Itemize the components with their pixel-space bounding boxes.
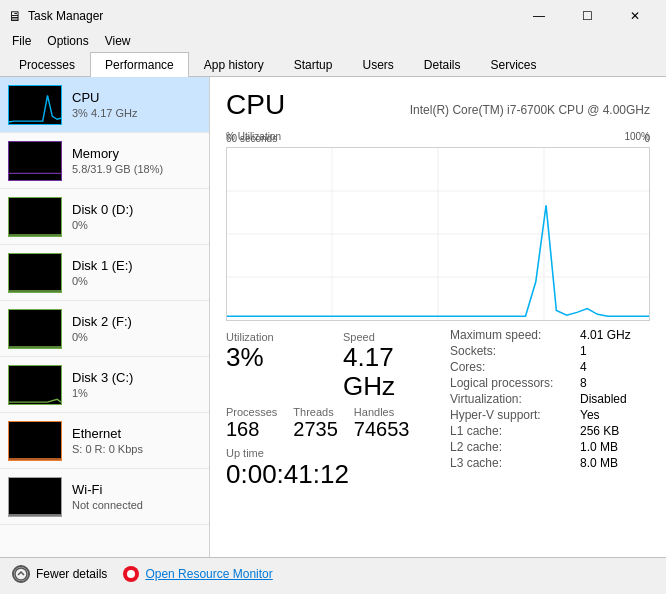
memory-info: Memory 5.8/31.9 GB (18%) xyxy=(72,146,201,175)
menu-file[interactable]: File xyxy=(4,32,39,50)
menu-view[interactable]: View xyxy=(97,32,139,50)
sidebar-item-disk2[interactable]: Disk 2 (F:) 0% xyxy=(0,301,209,357)
cpu-spec-row: L3 cache:8.0 MB xyxy=(450,455,650,471)
chart-y-max: 100% xyxy=(624,131,650,142)
handles-label: Handles xyxy=(354,406,410,418)
tab-performance[interactable]: Performance xyxy=(90,52,189,77)
threads-block: Threads 2735 xyxy=(293,406,338,441)
tab-bar: Processes Performance App history Startu… xyxy=(0,52,666,77)
spec-label: Logical processors: xyxy=(450,375,580,391)
spec-value: 256 KB xyxy=(580,423,650,439)
speed-block: Speed 4.17 GHz xyxy=(343,331,430,400)
sidebar: CPU 3% 4.17 GHz Memory 5.8/31.9 GB (18%) xyxy=(0,77,210,557)
fewer-details-label: Fewer details xyxy=(36,567,107,581)
cpu-chart xyxy=(226,147,650,321)
close-button[interactable]: ✕ xyxy=(612,5,658,27)
spec-label: Sockets: xyxy=(450,343,580,359)
wifi-label: Wi-Fi xyxy=(72,482,201,497)
spec-value: 4 xyxy=(580,359,650,375)
menu-options[interactable]: Options xyxy=(39,32,96,50)
app-title: Task Manager xyxy=(28,9,103,23)
tab-apphistory[interactable]: App history xyxy=(189,52,279,77)
disk3-label: Disk 3 (C:) xyxy=(72,370,201,385)
title-bar: 🖥 Task Manager — ☐ ✕ xyxy=(0,0,666,30)
processes-label: Processes xyxy=(226,406,277,418)
cpu-specs-table: Maximum speed:4.01 GHzSockets:1Cores:4Lo… xyxy=(450,327,650,471)
bottom-stats: Utilization 3% Speed 4.17 GHz Processes … xyxy=(226,327,650,490)
minimize-button[interactable]: — xyxy=(516,5,562,27)
cpu-mini-graph xyxy=(8,85,62,125)
util-speed-row: Utilization 3% Speed 4.17 GHz xyxy=(226,331,430,400)
spec-value: Disabled xyxy=(580,391,650,407)
processes-value: 168 xyxy=(226,418,277,441)
detail-subtitle: Intel(R) Core(TM) i7-6700K CPU @ 4.00GHz xyxy=(410,103,650,117)
disk0-value: 0% xyxy=(72,219,201,231)
spec-value: 8.0 MB xyxy=(580,455,650,471)
processes-block: Processes 168 xyxy=(226,406,277,441)
fewer-details-button[interactable]: Fewer details xyxy=(12,565,107,583)
cpu-chart-area: % Utilization 100% 60 seconds 0 xyxy=(226,131,650,321)
uptime-value: 0:00:41:12 xyxy=(226,459,430,490)
cpu-spec-row: Sockets:1 xyxy=(450,343,650,359)
disk2-mini-graph xyxy=(8,309,62,349)
disk1-mini-graph xyxy=(8,253,62,293)
cpu-label: CPU xyxy=(72,90,201,105)
handles-value: 74653 xyxy=(354,418,410,441)
cpu-spec-row: L1 cache:256 KB xyxy=(450,423,650,439)
disk0-info: Disk 0 (D:) 0% xyxy=(72,202,201,231)
ethernet-label: Ethernet xyxy=(72,426,201,441)
sidebar-item-wifi[interactable]: Wi-Fi Not connected xyxy=(0,469,209,525)
sidebar-item-disk1[interactable]: Disk 1 (E:) 0% xyxy=(0,245,209,301)
ethernet-mini-graph xyxy=(8,421,62,461)
wifi-value: Not connected xyxy=(72,499,201,511)
spec-label: L2 cache: xyxy=(450,439,580,455)
spec-label: Virtualization: xyxy=(450,391,580,407)
sidebar-item-cpu[interactable]: CPU 3% 4.17 GHz xyxy=(0,77,209,133)
utilization-block: Utilization 3% xyxy=(226,331,313,400)
fewer-icon xyxy=(12,565,30,583)
left-stats: Utilization 3% Speed 4.17 GHz Processes … xyxy=(226,327,430,490)
tab-users[interactable]: Users xyxy=(347,52,408,77)
disk3-mini-graph xyxy=(8,365,62,405)
spec-value: Yes xyxy=(580,407,650,423)
disk1-value: 0% xyxy=(72,275,201,287)
bottom-bar: Fewer details Open Resource Monitor xyxy=(0,557,666,589)
cpu-spec-row: Cores:4 xyxy=(450,359,650,375)
wifi-mini-graph xyxy=(8,477,62,517)
right-stats: Maximum speed:4.01 GHzSockets:1Cores:4Lo… xyxy=(450,327,650,490)
sidebar-item-ethernet[interactable]: Ethernet S: 0 R: 0 Kbps xyxy=(0,413,209,469)
cpu-spec-row: Virtualization:Disabled xyxy=(450,391,650,407)
open-resource-monitor-button[interactable]: Open Resource Monitor xyxy=(123,566,272,582)
maximize-button[interactable]: ☐ xyxy=(564,5,610,27)
resource-monitor-label: Open Resource Monitor xyxy=(145,567,272,581)
disk3-info: Disk 3 (C:) 1% xyxy=(72,370,201,399)
spec-value: 1 xyxy=(580,343,650,359)
menu-bar: File Options View xyxy=(0,30,666,52)
counts-row: Processes 168 Threads 2735 Handles 74653 xyxy=(226,406,430,441)
disk2-value: 0% xyxy=(72,331,201,343)
disk2-info: Disk 2 (F:) 0% xyxy=(72,314,201,343)
threads-value: 2735 xyxy=(293,418,338,441)
tab-services[interactable]: Services xyxy=(476,52,552,77)
spec-value: 8 xyxy=(580,375,650,391)
tab-processes[interactable]: Processes xyxy=(4,52,90,77)
spec-label: Hyper-V support: xyxy=(450,407,580,423)
cpu-info: CPU 3% 4.17 GHz xyxy=(72,90,201,119)
disk1-label: Disk 1 (E:) xyxy=(72,258,201,273)
cpu-value: 3% 4.17 GHz xyxy=(72,107,201,119)
disk1-info: Disk 1 (E:) 0% xyxy=(72,258,201,287)
sidebar-item-disk0[interactable]: Disk 0 (D:) 0% xyxy=(0,189,209,245)
app-icon: 🖥 xyxy=(8,8,22,24)
main-area: CPU 3% 4.17 GHz Memory 5.8/31.9 GB (18%) xyxy=(0,77,666,557)
tab-startup[interactable]: Startup xyxy=(279,52,348,77)
spec-label: L1 cache: xyxy=(450,423,580,439)
tab-details[interactable]: Details xyxy=(409,52,476,77)
spec-label: Cores: xyxy=(450,359,580,375)
sidebar-item-memory[interactable]: Memory 5.8/31.9 GB (18%) xyxy=(0,133,209,189)
disk2-label: Disk 2 (F:) xyxy=(72,314,201,329)
detail-panel: CPU Intel(R) Core(TM) i7-6700K CPU @ 4.0… xyxy=(210,77,666,557)
disk3-value: 1% xyxy=(72,387,201,399)
detail-header: CPU Intel(R) Core(TM) i7-6700K CPU @ 4.0… xyxy=(226,89,650,121)
sidebar-item-disk3[interactable]: Disk 3 (C:) 1% xyxy=(0,357,209,413)
cpu-spec-row: L2 cache:1.0 MB xyxy=(450,439,650,455)
